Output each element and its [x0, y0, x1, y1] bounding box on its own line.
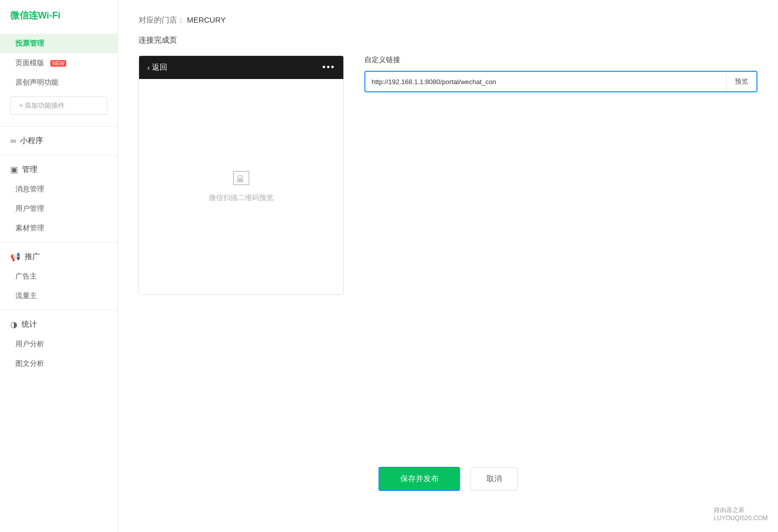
sidebar: 微信连Wi-Fi 投票管理 页面模版 NEW 原创声明功能 + 添加功能插件 ∞…: [0, 0, 118, 532]
phone-preview: ‹ 返回 ••• 微信扫描二维码预览: [139, 55, 344, 295]
right-panel: 自定义链接 预览: [364, 55, 757, 92]
store-info: 对应的门店： MERCURY: [139, 15, 757, 25]
sidebar-group-management: ▣ 管理: [0, 160, 118, 180]
promotion-icon: 📢: [10, 252, 21, 262]
more-dots-icon: •••: [322, 62, 335, 72]
store-name: MERCURY: [187, 15, 226, 24]
sidebar-item-publisher[interactable]: 流量主: [0, 286, 118, 306]
sidebar-item-original-label: 原创声明功能: [15, 78, 59, 87]
save-publish-button[interactable]: 保存并发布: [379, 467, 460, 491]
divider-2: [0, 155, 118, 155]
add-plugin-button[interactable]: + 添加功能插件: [10, 96, 107, 115]
url-input[interactable]: [365, 72, 726, 91]
main-content: 对应的门店： MERCURY 连接完成页 ‹ 返回 ••• 微信扫描二维码预览 …: [118, 0, 778, 532]
stats-icon: ◑: [10, 320, 17, 329]
back-chevron-icon: ‹: [147, 63, 150, 72]
sidebar-item-page-template-label: 页面模版: [15, 58, 44, 68]
cancel-button[interactable]: 取消: [471, 467, 518, 490]
new-badge: NEW: [50, 60, 66, 67]
sidebar-group-miniprogram[interactable]: ∞ 小程序: [0, 131, 118, 151]
sidebar-group-stats-label: 统计: [22, 320, 37, 329]
action-buttons: 保存并发布 取消: [379, 467, 518, 491]
sidebar-group-stats: ◑ 统计: [0, 314, 118, 334]
back-label: 返回: [152, 63, 167, 72]
section-title: 连接完成页: [139, 35, 757, 45]
sidebar-group-management-label: 管理: [22, 165, 37, 174]
divider-4: [0, 310, 118, 310]
watermark-text: 路由器之家: [714, 506, 768, 515]
sidebar-item-message[interactable]: 消息管理: [0, 180, 118, 199]
sidebar-item-original[interactable]: 原创声明功能: [0, 73, 118, 92]
url-input-container: 预览: [364, 71, 757, 92]
sidebar-item-content-analysis[interactable]: 图文分析: [0, 354, 118, 373]
phone-back-button[interactable]: ‹ 返回: [147, 63, 167, 72]
divider-3: [0, 242, 118, 243]
store-label: 对应的门店：: [139, 15, 185, 24]
sidebar-item-user-analysis[interactable]: 用户分析: [0, 334, 118, 354]
sidebar-group-promotion: 📢 推广: [0, 247, 118, 267]
sidebar-item-vote[interactable]: 投票管理: [0, 34, 118, 53]
sidebar-group-promotion-label: 推广: [25, 252, 40, 262]
phone-more-button[interactable]: •••: [322, 62, 335, 73]
phone-body: 微信扫描二维码预览: [139, 79, 343, 294]
sidebar-section-features: 投票管理 页面模版 NEW 原创声明功能 + 添加功能插件: [0, 31, 118, 122]
divider-1: [0, 126, 118, 127]
brand-logo: 微信连Wi-Fi: [0, 0, 118, 31]
preview-button[interactable]: 预览: [726, 72, 756, 91]
sidebar-item-page-template[interactable]: 页面模版 NEW: [0, 53, 118, 73]
sidebar-item-user[interactable]: 用户管理: [0, 199, 118, 219]
watermark-url: LUYOUQI520.COM: [714, 515, 768, 522]
miniprogram-icon: ∞: [10, 136, 16, 146]
phone-nav-bar: ‹ 返回 •••: [139, 56, 343, 79]
watermark: 路由器之家 LUYOUQI520.COM: [714, 506, 768, 522]
custom-link-title: 自定义链接: [364, 55, 757, 65]
management-icon: ▣: [10, 165, 18, 174]
sidebar-group-miniprogram-label: 小程序: [20, 136, 43, 146]
sidebar-item-vote-label: 投票管理: [15, 39, 44, 48]
content-row: ‹ 返回 ••• 微信扫描二维码预览 自定义链接 预览: [139, 55, 757, 295]
sidebar-item-advertiser[interactable]: 广告主: [0, 267, 118, 286]
broken-image-icon: [233, 171, 249, 185]
sidebar-item-material[interactable]: 素材管理: [0, 219, 118, 238]
qr-hint-text: 微信扫描二维码预览: [209, 193, 274, 203]
